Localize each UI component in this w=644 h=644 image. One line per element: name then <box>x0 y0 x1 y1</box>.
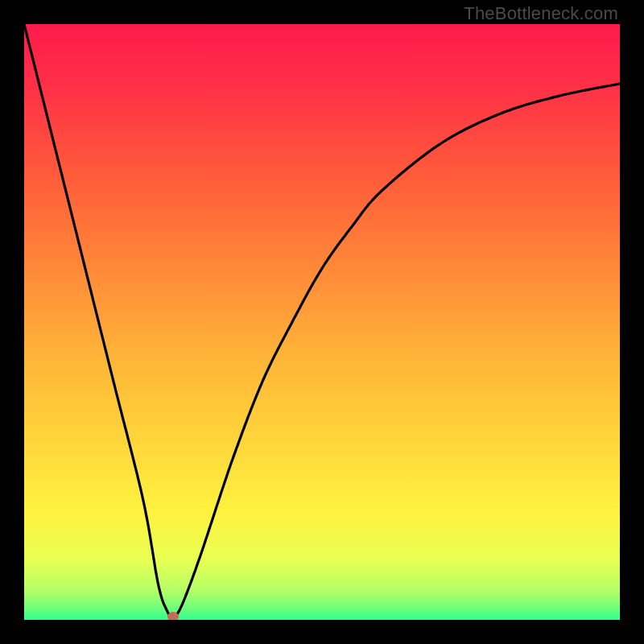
watermark-text: TheBottleneck.com <box>464 3 618 24</box>
bottleneck-curve <box>24 24 620 620</box>
chart-frame <box>24 24 620 620</box>
optimum-marker <box>167 612 179 620</box>
